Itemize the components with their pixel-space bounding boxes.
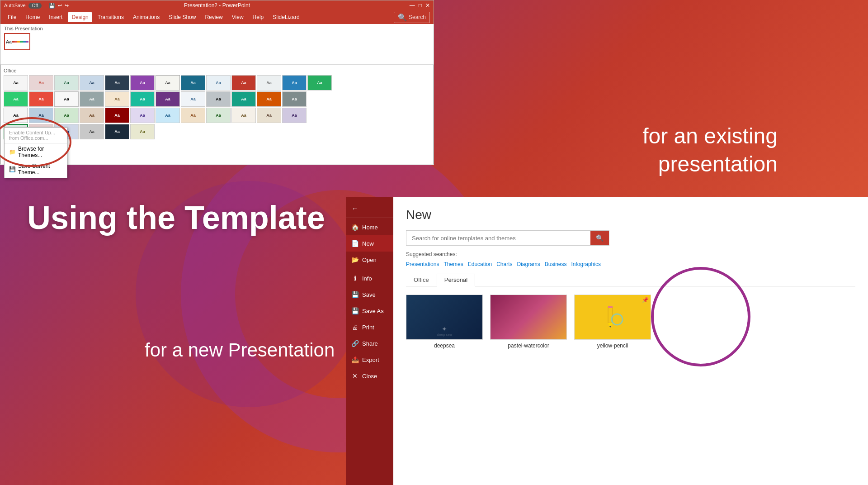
filter-tab-office[interactable]: Office — [406, 274, 437, 286]
suggested-link-infographics[interactable]: Infographics — [571, 261, 601, 267]
tab-transitions[interactable]: Transitions — [94, 12, 127, 22]
template-search-button[interactable]: 🔍 — [590, 231, 609, 245]
tab-slidelizard[interactable]: SlideLizard — [269, 12, 303, 22]
theme-item[interactable]: Aa — [4, 75, 28, 90]
theme-item[interactable]: Aa — [206, 91, 231, 107]
suggested-link-presentations[interactable]: Presentations — [406, 261, 439, 267]
theme-item[interactable]: Aa — [105, 108, 129, 123]
save-icon[interactable]: 💾 — [49, 3, 55, 9]
theme-item[interactable]: Aa — [181, 91, 205, 107]
suggested-link-themes[interactable]: Themes — [443, 261, 463, 267]
tab-file[interactable]: File — [4, 12, 20, 22]
new-panel-sidebar: ← 🏠 Home 📄 New 📂 Open ℹ Info 💾 Save 💾 Sa… — [346, 197, 393, 485]
new-icon: 📄 — [351, 240, 359, 247]
suggested-link-business[interactable]: Business — [545, 261, 567, 267]
theme-item[interactable]: Aa — [231, 91, 256, 107]
sidebar-item-close[interactable]: ✕ Close — [346, 368, 393, 384]
theme-item[interactable]: Aa — [206, 108, 231, 123]
theme-item[interactable]: Aa — [54, 108, 79, 123]
theme-item[interactable]: Aa — [4, 108, 28, 123]
search-label[interactable]: Search — [409, 14, 426, 20]
tab-design[interactable]: Design — [68, 12, 92, 22]
sidebar-item-save[interactable]: 💾 Save — [346, 286, 393, 303]
theme-item[interactable]: Aa — [80, 91, 104, 107]
tab-review[interactable]: Review — [201, 12, 226, 22]
theme-item[interactable]: Aa — [181, 108, 205, 123]
theme-item[interactable]: Aa — [54, 91, 79, 107]
theme-item[interactable]: Aa — [282, 91, 307, 107]
themes-row-2: Aa Aa Aa Aa Aa Aa Aa Aa Aa Aa Aa Aa — [4, 91, 430, 107]
sidebar-item-share[interactable]: 🔗 Share — [346, 335, 393, 352]
theme-item[interactable]: Aa — [29, 75, 53, 90]
bg-text-using-template: Using the Template — [27, 199, 325, 236]
tab-view[interactable]: View — [228, 12, 247, 22]
template-card-yellow-pencil[interactable]: yellow-pencil 📌 yellow-pencil — [574, 295, 651, 349]
theme-item[interactable]: Aa — [282, 108, 307, 123]
theme-item[interactable]: Aa — [105, 75, 129, 90]
theme-item[interactable]: Aa — [257, 91, 281, 107]
template-name-pastel: pastel-watercolor — [490, 342, 567, 349]
theme-item[interactable]: Aa — [257, 75, 281, 90]
theme-item[interactable]: Aa — [105, 124, 129, 139]
redo-icon[interactable]: ↪ — [65, 3, 69, 9]
bg-text-for-existing: for an existingpresentation — [642, 122, 778, 179]
theme-item[interactable]: Aa — [130, 108, 155, 123]
theme-item[interactable]: Aa — [156, 91, 180, 107]
theme-item[interactable]: Aa — [130, 124, 155, 139]
theme-item[interactable]: Aa — [130, 75, 155, 90]
sidebar-item-home[interactable]: 🏠 Home — [346, 219, 393, 235]
theme-item[interactable]: Aa — [80, 75, 104, 90]
tab-insert[interactable]: Insert — [45, 12, 66, 22]
tab-animations[interactable]: Animations — [129, 12, 163, 22]
theme-item[interactable]: Aa — [105, 91, 129, 107]
sidebar-item-info[interactable]: ℹ Info — [346, 270, 393, 286]
template-card-pastel[interactable]: pastel-watercolor — [490, 295, 567, 349]
close-btn[interactable]: ✕ — [425, 2, 430, 9]
suggested-link-education[interactable]: Education — [468, 261, 492, 267]
theme-item[interactable]: Aa — [156, 108, 180, 123]
export-icon: 📤 — [351, 356, 359, 363]
sidebar-back-btn[interactable]: ← — [346, 200, 393, 217]
save-current-theme-item[interactable]: 💾 Save Current Theme... — [5, 161, 67, 178]
tab-home[interactable]: Home — [22, 12, 43, 22]
suggested-link-charts[interactable]: Charts — [496, 261, 512, 267]
undo-icon[interactable]: ↩ — [58, 3, 62, 9]
theme-item[interactable]: Aa — [307, 75, 332, 90]
sidebar-item-export[interactable]: 📤 Export — [346, 352, 393, 368]
theme-item[interactable]: Aa — [181, 75, 205, 90]
sidebar-item-saveas[interactable]: 💾 Save As — [346, 303, 393, 319]
restore-btn[interactable]: □ — [419, 2, 422, 9]
tab-help[interactable]: Help — [249, 12, 268, 22]
theme-item[interactable]: Aa — [282, 75, 307, 90]
info-icon: ℹ — [351, 275, 359, 282]
theme-item[interactable]: Aa — [29, 108, 53, 123]
sidebar-new-label: New — [362, 240, 374, 247]
sidebar-item-new[interactable]: 📄 New — [346, 235, 393, 252]
theme-item[interactable]: Aa — [4, 91, 28, 107]
theme-item[interactable]: Aa — [80, 108, 104, 123]
autosave-toggle[interactable]: Off — [28, 3, 42, 9]
filter-tab-personal[interactable]: Personal — [437, 274, 475, 286]
theme-item[interactable]: Aa — [231, 108, 256, 123]
theme-item[interactable]: Aa — [29, 91, 53, 107]
theme-item[interactable]: Aa — [257, 108, 281, 123]
search-box[interactable]: 🔍 Search — [394, 12, 430, 23]
template-search-input[interactable] — [406, 231, 590, 245]
suggested-link-diagrams[interactable]: Diagrams — [517, 261, 540, 267]
browse-themes-item[interactable]: 📁 Browse for Themes... — [5, 143, 67, 161]
sidebar-divider — [346, 218, 393, 218]
template-card-deepsea[interactable]: ✦ deep sea deepsea — [406, 295, 483, 349]
theme-item[interactable]: Aa — [130, 91, 155, 107]
new-panel-main: New 🔍 Suggested searches: Presentations … — [393, 197, 868, 485]
theme-item[interactable]: Aa — [54, 75, 79, 90]
theme-item[interactable]: Aa — [156, 75, 180, 90]
theme-item[interactable]: Aa — [231, 75, 256, 90]
tab-slideshow[interactable]: Slide Show — [165, 12, 199, 22]
theme-item[interactable]: Aa — [206, 75, 231, 90]
current-theme[interactable]: Aa — [4, 33, 30, 50]
sidebar-item-open[interactable]: 📂 Open — [346, 252, 393, 268]
sidebar-item-print[interactable]: 🖨 Print — [346, 319, 393, 335]
minimize-btn[interactable]: — — [410, 2, 415, 9]
themes-row-1: Aa Aa Aa Aa Aa Aa Aa Aa Aa Aa Aa Aa Aa — [4, 75, 430, 90]
theme-item[interactable]: Aa — [80, 124, 104, 139]
